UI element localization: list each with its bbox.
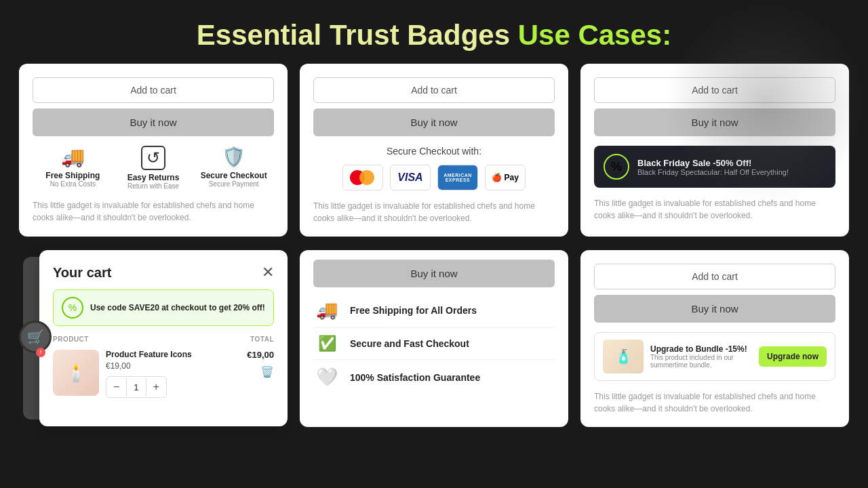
title-green: Use Cases:	[518, 19, 671, 51]
upgrade-now-button[interactable]: Upgrade now	[759, 346, 827, 367]
upgrade-banner: 🧴 Upgrade to Bundle -15%! This product i…	[594, 332, 835, 381]
buy-now-button-1[interactable]: Buy it now	[33, 108, 274, 136]
add-to-cart-button-1[interactable]: Add to cart	[33, 77, 274, 103]
qty-value: 1	[126, 378, 146, 396]
shipping-sublabel: No Extra Costs	[33, 180, 113, 188]
product-col-label: PRODUCT	[53, 336, 89, 343]
add-to-cart-button-2[interactable]: Add to cart	[313, 77, 555, 103]
card-cart-wrapper: 🛒 ! Your cart ✕ % Use code SAVE20 at che…	[19, 250, 288, 427]
upgrade-title: Upgrade to Bundle -15%!	[650, 344, 752, 354]
top-grid: Add to cart Buy it now 🚚 Free Shipping N…	[0, 64, 868, 250]
feature-shipping: 🚚 Free Shipping for All Orders	[313, 293, 555, 328]
feature-guarantee-icon: 🤍	[313, 367, 340, 388]
cart-product-header: PRODUCT TOTAL	[53, 336, 274, 343]
promo-sub: Black Friday Spectacular: Half Off Every…	[637, 168, 789, 176]
card6-desc: This little gadget is invaluable for est…	[594, 390, 835, 415]
visa-icon: VISA	[390, 165, 431, 190]
page-title: Essential Trust Badges Use Cases:	[0, 0, 868, 64]
total-col-label: TOTAL	[250, 336, 274, 343]
cart-item: 🕯️ Product Feature Icons €19,00 − 1 + €1…	[53, 350, 274, 398]
cart-item-total: €19,00	[247, 350, 274, 360]
upgrade-sub: This product included in our summertime …	[650, 354, 752, 369]
buy-now-button-2[interactable]: Buy it now	[313, 108, 555, 136]
card-trust-icons: Add to cart Buy it now 🚚 Free Shipping N…	[19, 64, 288, 237]
cart-header: Your cart ✕	[53, 264, 274, 281]
cart-item-price: €19,00	[106, 361, 240, 371]
secure-icon: 🛡️	[193, 146, 274, 168]
cart-card: Your cart ✕ % Use code SAVE20 at checkou…	[39, 250, 288, 426]
trust-icon-returns: ↺ Easy Returns Return with Ease	[113, 146, 194, 190]
trust-icon-secure: 🛡️ Secure Checkout Secure Payment	[193, 146, 274, 190]
payment-icons-row: VISA AMERICAN EXPRESS 🍎 Pay	[313, 165, 555, 190]
feature-shipping-icon: 🚚	[313, 300, 340, 321]
card1-desc: This little gadget is invaluable for est…	[33, 199, 274, 224]
cart-icon-area: 🛒 !	[19, 321, 52, 357]
feature-list: 🚚 Free Shipping for All Orders ✅ Secure …	[313, 293, 555, 394]
title-white: Essential Trust Badges	[197, 19, 510, 51]
promo-title: Black Friday Sale -50% Off!	[637, 158, 789, 168]
card2-desc: This little gadget is invaluable for est…	[313, 200, 555, 224]
add-to-cart-button-3[interactable]: Add to cart	[594, 77, 835, 103]
secure-sublabel: Secure Payment	[193, 180, 274, 188]
feature-guarantee: 🤍 100% Satisfaction Guarantee	[313, 360, 555, 394]
cart-item-name: Product Feature Icons	[106, 350, 240, 359]
delete-item-button[interactable]: 🗑️	[260, 365, 274, 378]
feature-checkout-icon: ✅	[313, 335, 340, 352]
cart-item-image: 🕯️	[53, 350, 99, 396]
mastercard-icon	[342, 165, 383, 190]
upgrade-text: Upgrade to Bundle -15%! This product inc…	[650, 344, 752, 369]
qty-decrease-button[interactable]: −	[106, 377, 126, 397]
shipping-icon: 🚚	[33, 146, 113, 168]
buy-now-button-3[interactable]: Buy it now	[594, 108, 835, 136]
card-bundle: Add to cart Buy it now 🧴 Upgrade to Bund…	[580, 250, 849, 427]
cart-item-right: €19,00 🗑️	[247, 350, 274, 378]
feature-shipping-label: Free Shipping for All Orders	[350, 305, 477, 316]
returns-icon: ↺	[141, 146, 165, 170]
shipping-label: Free Shipping	[33, 171, 113, 180]
promo-text: Black Friday Sale -50% Off! Black Friday…	[637, 158, 789, 176]
add-to-cart-button-6[interactable]: Add to cart	[594, 264, 835, 289]
returns-label: Easy Returns	[113, 173, 194, 182]
bottom-grid: 🛒 ! Your cart ✕ % Use code SAVE20 at che…	[0, 250, 868, 441]
card-promo: Add to cart Buy it now % Black Friday Sa…	[580, 64, 849, 237]
card-features: Buy it now 🚚 Free Shipping for All Order…	[300, 250, 568, 427]
feature-guarantee-label: 100% Satisfaction Guarantee	[350, 372, 480, 383]
trust-icons-row: 🚚 Free Shipping No Extra Costs ↺ Easy Re…	[33, 146, 274, 190]
coupon-banner: % Use code SAVE20 at checkout to get 20%…	[53, 289, 274, 326]
cart-icon: 🛒	[19, 321, 52, 353]
amex-icon: AMERICAN EXPRESS	[437, 165, 478, 190]
feature-checkout: ✅ Secure and Fast Checkout	[313, 328, 555, 360]
promo-banner: % Black Friday Sale -50% Off! Black Frid…	[594, 146, 835, 188]
promo-icon: %	[604, 154, 629, 180]
qty-increase-button[interactable]: +	[146, 377, 166, 397]
coupon-icon: %	[62, 297, 83, 319]
upgrade-image: 🧴	[603, 340, 644, 373]
trust-icon-shipping: 🚚 Free Shipping No Extra Costs	[33, 146, 113, 190]
feature-checkout-label: Secure and Fast Checkout	[350, 338, 469, 349]
apple-pay-icon: 🍎 Pay	[485, 165, 526, 190]
buy-now-button-6[interactable]: Buy it now	[594, 295, 835, 323]
returns-sublabel: Return with Ease	[113, 182, 194, 190]
close-cart-button[interactable]: ✕	[262, 264, 274, 281]
card3-desc: This little gadget is invaluable for est…	[594, 197, 835, 222]
cart-title: Your cart	[53, 265, 111, 281]
cart-badge: !	[36, 348, 45, 357]
coupon-text: Use code SAVE20 at checkout to get 20% o…	[90, 303, 265, 312]
secure-checkout-label: Secure Checkout with:	[313, 146, 555, 157]
cart-item-details: Product Feature Icons €19,00 − 1 +	[106, 350, 240, 398]
buy-now-button-5[interactable]: Buy it now	[313, 260, 555, 287]
qty-control: − 1 +	[106, 376, 167, 398]
secure-label: Secure Checkout	[193, 171, 274, 180]
card-payment-methods: Add to cart Buy it now Secure Checkout w…	[300, 64, 568, 237]
